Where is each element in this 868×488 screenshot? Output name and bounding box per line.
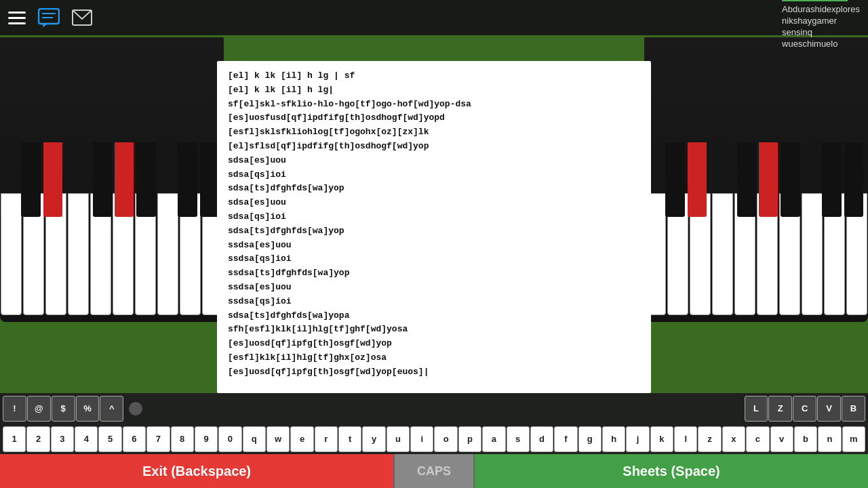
black-key[interactable] bbox=[781, 142, 800, 217]
key-1[interactable]: 1 bbox=[3, 426, 26, 452]
username-underline bbox=[782, 0, 847, 1]
black-key[interactable] bbox=[737, 142, 756, 217]
black-key-red[interactable] bbox=[43, 142, 62, 217]
player-3[interactable]: sensinq bbox=[782, 27, 860, 37]
svg-rect-0 bbox=[39, 9, 59, 24]
key-l[interactable]: l bbox=[674, 426, 697, 452]
piano-right-body bbox=[644, 37, 868, 322]
key-6[interactable]: 6 bbox=[123, 426, 146, 452]
key-z[interactable]: z bbox=[698, 426, 721, 452]
key-3[interactable]: 3 bbox=[51, 426, 74, 452]
chat-icon[interactable] bbox=[38, 8, 60, 27]
piano-right-black-keys bbox=[644, 142, 868, 217]
black-key[interactable] bbox=[822, 142, 841, 217]
key-caret[interactable]: ^ bbox=[100, 396, 123, 422]
key-5[interactable]: 5 bbox=[98, 426, 121, 452]
player-4[interactable]: wueschimuelo bbox=[782, 39, 860, 49]
key-m[interactable]: m bbox=[842, 426, 865, 452]
bottom-keyboard: ! @ $ % ^ L Z C bbox=[0, 393, 868, 454]
key-B[interactable]: B bbox=[842, 396, 865, 422]
black-key-red[interactable] bbox=[115, 142, 134, 217]
key-spacer bbox=[124, 402, 146, 415]
piano-right bbox=[644, 37, 868, 322]
key-t[interactable]: t bbox=[338, 426, 361, 452]
key-y[interactable]: y bbox=[362, 426, 385, 452]
player-2[interactable]: nikshaygamer bbox=[782, 16, 860, 26]
key-c[interactable]: c bbox=[746, 426, 769, 452]
top-bar-right: wueschimuelo Abdurashidexplores nikshayg… bbox=[782, 0, 860, 49]
key-7[interactable]: 7 bbox=[146, 426, 170, 452]
top-bar: wueschimuelo Abdurashidexplores nikshayg… bbox=[0, 0, 868, 35]
key-v[interactable]: v bbox=[770, 426, 793, 452]
key-i[interactable]: i bbox=[410, 426, 433, 452]
player-1[interactable]: Abdurashidexplores bbox=[782, 4, 860, 14]
key-d[interactable]: d bbox=[530, 426, 553, 452]
key-V[interactable]: V bbox=[817, 396, 841, 422]
caps-button[interactable]: CAPS bbox=[393, 454, 475, 488]
black-key[interactable] bbox=[200, 142, 219, 217]
key-2[interactable]: 2 bbox=[26, 426, 50, 452]
key-4[interactable]: 4 bbox=[75, 426, 98, 452]
key-w[interactable]: w bbox=[267, 426, 290, 452]
players-list: Abdurashidexplores nikshaygamer sensinq … bbox=[782, 4, 860, 49]
key-h[interactable]: h bbox=[602, 426, 625, 452]
mail-icon[interactable] bbox=[72, 9, 92, 26]
top-bar-left bbox=[8, 8, 92, 27]
black-key-red[interactable] bbox=[759, 142, 778, 217]
black-key[interactable] bbox=[136, 142, 155, 217]
black-key-red[interactable] bbox=[688, 142, 707, 217]
key-dollar[interactable]: $ bbox=[52, 396, 75, 422]
svg-marker-3 bbox=[42, 24, 47, 27]
hamburger-icon[interactable] bbox=[8, 12, 26, 24]
key-g[interactable]: g bbox=[578, 426, 601, 452]
bottom-bar: Exit (Backspace) CAPS Sheets (Space) bbox=[0, 454, 868, 488]
key-at[interactable]: @ bbox=[27, 396, 51, 422]
key-b[interactable]: b bbox=[794, 426, 817, 452]
key-u[interactable]: u bbox=[387, 426, 410, 452]
piano-left bbox=[0, 37, 224, 322]
black-key[interactable] bbox=[21, 142, 40, 217]
current-username: wueschimuelo bbox=[782, 0, 847, 1]
black-key[interactable] bbox=[93, 142, 112, 217]
key-8[interactable]: 8 bbox=[171, 426, 194, 452]
key-q[interactable]: q bbox=[243, 426, 266, 452]
key-exclaim[interactable]: ! bbox=[3, 396, 26, 422]
sheets-button[interactable]: Sheets (Space) bbox=[475, 454, 868, 488]
key-x[interactable]: x bbox=[722, 426, 745, 452]
key-9[interactable]: 9 bbox=[195, 426, 218, 452]
key-percent[interactable]: % bbox=[76, 396, 100, 422]
black-key[interactable] bbox=[665, 142, 684, 217]
key-s[interactable]: s bbox=[507, 426, 530, 452]
key-j[interactable]: j bbox=[626, 426, 649, 452]
key-p[interactable]: p bbox=[458, 426, 481, 452]
key-o[interactable]: o bbox=[434, 426, 457, 452]
black-key[interactable] bbox=[844, 142, 863, 217]
key-r[interactable]: r bbox=[315, 426, 338, 452]
piano-left-body bbox=[0, 37, 224, 322]
piano-left-black-keys bbox=[0, 142, 224, 217]
key-0[interactable]: 0 bbox=[218, 426, 241, 452]
keyboard-top-row: ! @ $ % ^ L Z C bbox=[0, 393, 868, 424]
key-a[interactable]: a bbox=[482, 426, 505, 452]
key-e[interactable]: e bbox=[290, 426, 313, 452]
keyboard-bottom-row: 1234567890qwertyuiopasdfghjklzxcvbnm bbox=[0, 424, 868, 454]
exit-button[interactable]: Exit (Backspace) bbox=[0, 454, 393, 488]
key-L[interactable]: L bbox=[745, 396, 768, 422]
key-Z[interactable]: Z bbox=[768, 396, 792, 422]
sheet-text: [el] k lk [il] h lg | sf [el] k lk [il] … bbox=[228, 69, 640, 380]
sheet-panel: [el] k lk [il] h lg | sf [el] k lk [il] … bbox=[217, 61, 651, 393]
key-C[interactable]: C bbox=[793, 396, 816, 422]
key-n[interactable]: n bbox=[818, 426, 841, 452]
dot-key bbox=[129, 402, 142, 415]
key-f[interactable]: f bbox=[554, 426, 577, 452]
key-k[interactable]: k bbox=[650, 426, 673, 452]
black-key[interactable] bbox=[178, 142, 197, 217]
